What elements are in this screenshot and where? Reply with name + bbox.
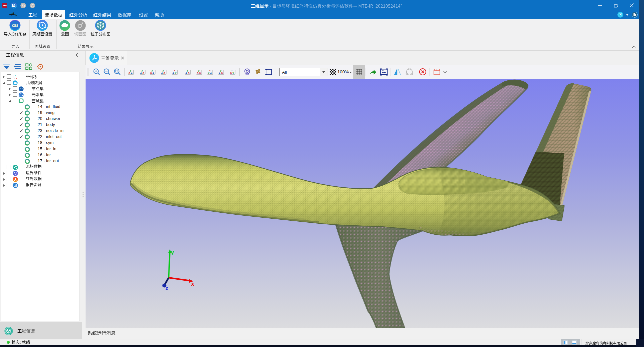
svg-text:x: x (174, 69, 175, 72)
svg-text:y: y (220, 69, 222, 72)
svg-text:y: y (198, 69, 200, 72)
svg-text:y: y (187, 69, 188, 72)
svg-text:x: x (209, 69, 211, 72)
svg-text:z: z (231, 69, 233, 72)
svg-text:cas: cas (12, 23, 18, 28)
svg-text:Y: Y (15, 74, 16, 76)
svg-text:y: y (171, 249, 174, 256)
svg-text:x: x (191, 281, 194, 287)
svg-text:y: y (152, 69, 153, 72)
svg-text:z: z (165, 285, 168, 291)
svg-text:y: y (130, 69, 132, 72)
svg-text:z: z (14, 77, 16, 79)
svg-text:y: y (142, 69, 143, 72)
svg-text:x: x (16, 77, 17, 79)
svg-text:y: y (162, 69, 164, 72)
